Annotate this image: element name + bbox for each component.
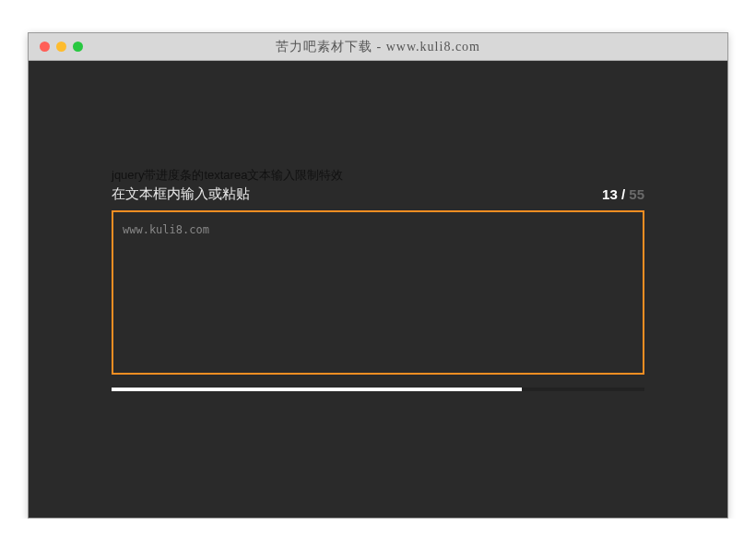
counter-max: 55 bbox=[629, 186, 644, 202]
input-label: 在文本框内输入或粘贴 bbox=[112, 185, 250, 203]
counter-current: 13 bbox=[602, 186, 618, 202]
window-controls bbox=[40, 42, 83, 52]
titlebar: 苦力吧素材下载 - www.kuli8.com bbox=[29, 33, 727, 61]
page-description: jquery带进度条的textarea文本输入限制特效 bbox=[112, 167, 644, 184]
progress-track bbox=[112, 388, 644, 391]
text-input[interactable] bbox=[112, 210, 644, 375]
maximize-icon[interactable] bbox=[73, 42, 83, 52]
browser-window: 苦力吧素材下载 - www.kuli8.com jquery带进度条的texta… bbox=[28, 32, 728, 519]
content-area: jquery带进度条的textarea文本输入限制特效 在文本框内输入或粘贴 1… bbox=[29, 61, 727, 518]
window-title: 苦力吧素材下载 - www.kuli8.com bbox=[29, 39, 727, 55]
progress-bar bbox=[112, 388, 522, 391]
close-icon[interactable] bbox=[40, 42, 50, 52]
counter-separator: / bbox=[618, 186, 630, 202]
input-header: 在文本框内输入或粘贴 13 / 55 bbox=[112, 185, 644, 203]
minimize-icon[interactable] bbox=[56, 42, 66, 52]
char-counter: 13 / 55 bbox=[602, 186, 644, 202]
